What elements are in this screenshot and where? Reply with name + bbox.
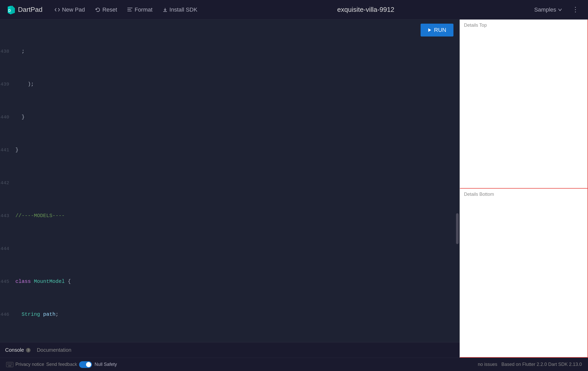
details-top-label: Details Top	[464, 23, 487, 28]
format-label: Format	[135, 6, 153, 13]
header: D DartPad New Pad Reset Format	[0, 0, 588, 20]
editor-bottom-bar: Console 3 Documentation	[0, 342, 460, 358]
code-line: 438 ;	[0, 47, 460, 55]
code-line: 441 }	[0, 146, 460, 154]
svg-rect-14	[10, 364, 10, 365]
status-left: Privacy notice Send feedback Null Safety	[6, 361, 117, 368]
svg-rect-4	[127, 9, 131, 10]
code-line: 444	[0, 245, 460, 253]
svg-rect-3	[127, 8, 132, 8]
no-issues-text: no issues	[478, 362, 497, 367]
svg-rect-17	[8, 366, 11, 366]
status-bar: Privacy notice Send feedback Null Safety…	[0, 358, 588, 371]
code-line: 445 class MountModel {	[0, 277, 460, 286]
reset-icon	[95, 7, 100, 12]
documentation-label: Documentation	[37, 347, 71, 353]
code-line: 446 String path;	[0, 310, 460, 319]
svg-rect-8	[8, 363, 9, 364]
editor-scrollbar[interactable]	[456, 213, 459, 244]
keyboard-icon	[6, 362, 13, 367]
format-button[interactable]: Format	[123, 4, 157, 15]
null-safety-toggle[interactable]	[79, 361, 92, 368]
details-top-section: Details Top	[460, 20, 588, 189]
svg-rect-16	[12, 364, 12, 365]
console-tab[interactable]: Console 3	[5, 347, 31, 353]
svg-rect-5	[127, 11, 132, 11]
flutter-info-text: Based on Flutter 2.2.0 Dart SDK 2.13.0	[501, 362, 582, 367]
samples-label: Samples	[534, 6, 556, 13]
documentation-tab[interactable]: Documentation	[37, 347, 71, 353]
svg-rect-7	[7, 363, 8, 364]
run-button-container: RUN	[421, 24, 453, 36]
dart-logo-icon: D	[6, 5, 15, 14]
privacy-notice-link[interactable]: Privacy notice	[15, 362, 44, 367]
toggle-knob	[86, 362, 91, 367]
pad-title: exquisite-villa-9912	[202, 6, 530, 14]
chevron-down-icon	[558, 8, 562, 11]
reset-label: Reset	[102, 6, 117, 13]
run-button[interactable]: RUN	[421, 24, 453, 36]
code-editor[interactable]: RUN 438 ; 439 ); 440 }	[0, 20, 460, 358]
main-area: RUN 438 ; 439 ); 440 }	[0, 20, 588, 358]
details-bottom-section: Details Bottom	[460, 189, 588, 358]
console-badge: 3	[26, 348, 31, 353]
code-line: 439 );	[0, 80, 460, 88]
install-sdk-label: Install SDK	[169, 6, 197, 13]
svg-text:D: D	[8, 8, 11, 13]
logo-area: D DartPad	[6, 5, 42, 14]
samples-button[interactable]: Samples	[530, 4, 566, 15]
svg-rect-10	[11, 363, 11, 364]
svg-rect-13	[8, 364, 9, 365]
more-options-button[interactable]: ⋮	[569, 4, 582, 16]
console-label: Console	[5, 347, 24, 353]
code-line: 440 }	[0, 113, 460, 121]
code-lines: 438 ; 439 ); 440 } 441 }	[0, 23, 460, 342]
svg-rect-15	[11, 364, 11, 365]
download-icon	[163, 7, 167, 12]
details-bottom-label: Details Bottom	[464, 192, 494, 197]
more-icon: ⋮	[572, 6, 579, 13]
svg-rect-12	[7, 364, 8, 365]
code-line: 443 //----MODELS----	[0, 212, 460, 220]
svg-rect-9	[10, 363, 10, 364]
code-content: RUN 438 ; 439 ); 440 }	[0, 20, 460, 342]
right-panel: Details Top ◄ Expanded Details Bottom ◄ …	[460, 20, 588, 358]
header-actions: New Pad Reset Format Install SDK	[51, 4, 201, 15]
reset-button[interactable]: Reset	[91, 4, 121, 15]
play-icon	[428, 28, 431, 32]
svg-marker-6	[428, 28, 431, 32]
format-icon	[127, 8, 132, 12]
header-right: Samples ⋮	[530, 4, 582, 16]
status-right: no issues Based on Flutter 2.2.0 Dart SD…	[478, 362, 582, 367]
logo-text: DartPad	[18, 6, 42, 14]
new-pad-button[interactable]: New Pad	[51, 4, 89, 15]
code-line: 442	[0, 179, 460, 187]
install-sdk-button[interactable]: Install SDK	[159, 4, 202, 15]
null-safety-toggle-area: Null Safety	[79, 361, 117, 368]
send-feedback-link[interactable]: Send feedback	[46, 362, 77, 367]
code-icon	[55, 8, 60, 12]
new-pad-label: New Pad	[62, 6, 85, 13]
null-safety-label: Null Safety	[94, 362, 117, 367]
run-label: RUN	[434, 27, 446, 33]
svg-rect-11	[12, 363, 12, 364]
